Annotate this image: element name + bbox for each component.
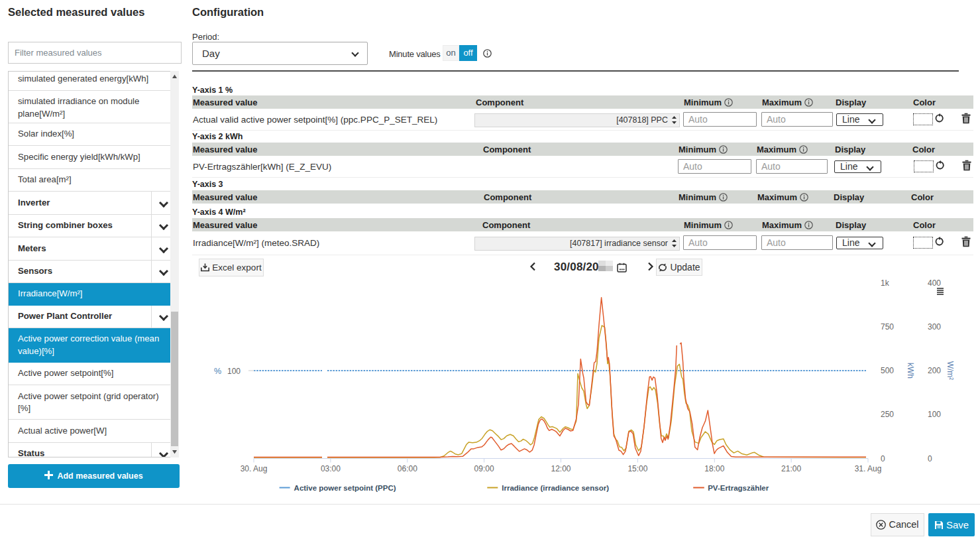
svg-text:12:00: 12:00 bbox=[551, 464, 571, 473]
svg-text:09:00: 09:00 bbox=[474, 464, 494, 473]
svg-text:100: 100 bbox=[928, 410, 941, 419]
svg-text:PV-Ertragszähler: PV-Ertragszähler bbox=[708, 484, 769, 492]
svg-text:1k: 1k bbox=[881, 278, 890, 288]
svg-text:Active power setpoint (PPC): Active power setpoint (PPC) bbox=[294, 484, 396, 492]
svg-text:0: 0 bbox=[928, 454, 932, 463]
svg-text:100: 100 bbox=[227, 367, 241, 376]
svg-text:18:00: 18:00 bbox=[704, 464, 724, 473]
svg-text:W/m²: W/m² bbox=[946, 361, 955, 381]
svg-text:400: 400 bbox=[928, 278, 941, 288]
svg-text:750: 750 bbox=[881, 322, 894, 332]
svg-text:21:00: 21:00 bbox=[781, 464, 801, 473]
svg-text:300: 300 bbox=[928, 322, 941, 332]
svg-text:15:00: 15:00 bbox=[627, 464, 647, 473]
svg-text:30. Aug: 30. Aug bbox=[241, 464, 268, 473]
svg-text:31. Aug: 31. Aug bbox=[855, 464, 882, 473]
svg-text:250: 250 bbox=[881, 410, 894, 419]
svg-text:500: 500 bbox=[881, 366, 894, 375]
svg-text:06:00: 06:00 bbox=[398, 464, 417, 473]
svg-text:%: % bbox=[214, 367, 221, 376]
svg-text:Irradiance (irradiance sensor): Irradiance (irradiance sensor) bbox=[502, 484, 609, 492]
svg-text:kWh: kWh bbox=[906, 363, 915, 379]
svg-text:03:00: 03:00 bbox=[321, 464, 341, 473]
svg-text:0: 0 bbox=[881, 454, 885, 463]
svg-text:200: 200 bbox=[928, 366, 941, 375]
